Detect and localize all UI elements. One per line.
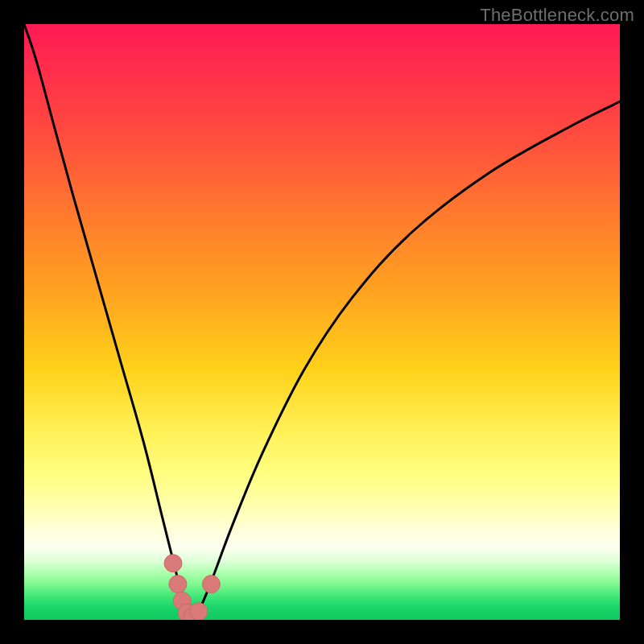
bottleneck-curve xyxy=(24,24,620,619)
optimal-marker xyxy=(169,576,187,593)
curve-layer xyxy=(24,24,620,620)
chart-frame: TheBottleneck.com xyxy=(0,0,644,644)
optimal-marker xyxy=(190,603,208,620)
optimal-marker xyxy=(202,576,220,593)
bottleneck-curve-path xyxy=(24,24,620,619)
marker-group xyxy=(164,555,220,620)
optimal-marker xyxy=(164,555,182,572)
watermark-text: TheBottleneck.com xyxy=(480,5,634,26)
plot-area xyxy=(24,24,620,620)
